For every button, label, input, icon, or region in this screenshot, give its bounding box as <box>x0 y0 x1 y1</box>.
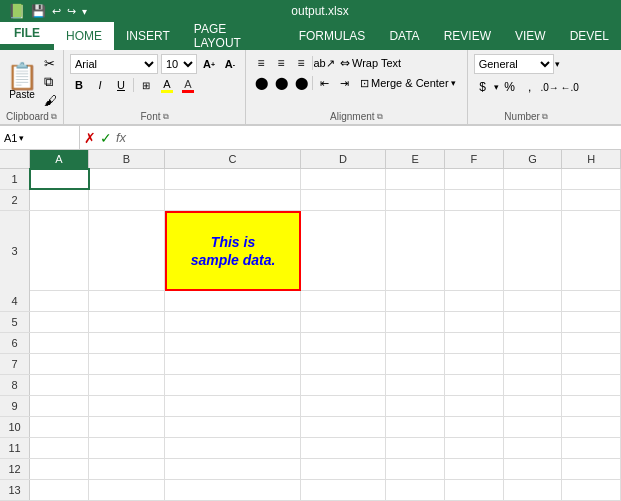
cancel-formula-icon[interactable]: ✗ <box>84 130 96 146</box>
cell-G1[interactable] <box>504 169 563 189</box>
excel-logo-icon: 📗 <box>8 3 25 19</box>
copy-icon[interactable]: ⧉ <box>44 74 57 90</box>
border-button[interactable]: ⊞ <box>137 76 155 94</box>
undo-icon[interactable]: ↩ <box>52 5 61 18</box>
align-middle-button[interactable]: ⬤ <box>272 74 290 92</box>
formula-input[interactable] <box>130 132 621 144</box>
redo-icon[interactable]: ↪ <box>67 5 76 18</box>
cell-D3[interactable] <box>301 211 387 291</box>
font-color-button[interactable]: A <box>179 76 197 94</box>
menu-item-insert[interactable]: INSERT <box>114 22 182 50</box>
currency-button[interactable]: $ <box>474 78 492 96</box>
cell-F2[interactable] <box>445 190 504 210</box>
name-box-dropdown[interactable]: ▾ <box>19 133 24 143</box>
orient-button[interactable]: ab↗ <box>315 54 333 72</box>
cell-G3[interactable] <box>504 211 563 291</box>
cell-D2[interactable] <box>301 190 387 210</box>
decimal-decrease-button[interactable]: ←.0 <box>561 78 579 96</box>
fill-color-button[interactable]: A <box>158 76 176 94</box>
clipboard-expand-icon[interactable]: ⧉ <box>51 112 57 122</box>
row-num-12: 12 <box>0 459 30 479</box>
menu-item-formulas[interactable]: FORMULAS <box>287 22 378 50</box>
cell-A2[interactable] <box>30 190 89 210</box>
merge-dropdown-icon[interactable]: ▾ <box>451 78 456 88</box>
cell-H2[interactable] <box>562 190 621 210</box>
cell-E3[interactable] <box>386 211 445 291</box>
number-format-select[interactable]: General <box>474 54 554 74</box>
currency-dropdown[interactable]: ▾ <box>494 82 499 92</box>
cell-E1[interactable] <box>386 169 445 189</box>
row-num-13: 13 <box>0 480 30 500</box>
cell-E2[interactable] <box>386 190 445 210</box>
quick-save-icon[interactable]: 💾 <box>31 4 46 18</box>
table-row: 8 <box>0 375 621 396</box>
bold-button[interactable]: B <box>70 76 88 94</box>
cell-A3[interactable] <box>30 211 89 291</box>
col-header-A[interactable]: A <box>30 150 89 168</box>
cell-G2[interactable] <box>504 190 563 210</box>
font-grow-button[interactable]: A+ <box>200 55 218 73</box>
wrap-text-button[interactable]: ⇔ Wrap Text <box>335 54 406 72</box>
comma-button[interactable]: , <box>521 78 539 96</box>
menu-item-home[interactable]: HOME <box>54 22 114 50</box>
align-top-right-button[interactable]: ≡ <box>292 54 310 72</box>
menu-item-page-layout[interactable]: PAGE LAYOUT <box>182 22 287 50</box>
cell-B2[interactable] <box>89 190 166 210</box>
cell-H1[interactable] <box>562 169 621 189</box>
cell-F3[interactable] <box>445 211 504 291</box>
percent-button[interactable]: % <box>501 78 519 96</box>
cell-C2[interactable] <box>165 190 300 210</box>
cut-icon[interactable]: ✂ <box>44 56 57 71</box>
quick-access-more[interactable]: ▾ <box>82 6 87 17</box>
cell-F1[interactable] <box>445 169 504 189</box>
cell-C1[interactable] <box>165 169 300 189</box>
menu-item-review[interactable]: REVIEW <box>432 22 503 50</box>
insert-function-icon[interactable]: fx <box>116 130 126 145</box>
font-row2: B I U ⊞ A A <box>70 76 239 94</box>
number-expand-icon[interactable]: ⧉ <box>542 112 548 122</box>
decimal-increase-button[interactable]: .0→ <box>541 78 559 96</box>
col-header-F[interactable]: F <box>445 150 504 168</box>
merged-cell-C3[interactable]: This is sample data. <box>165 211 300 291</box>
cell-B1[interactable] <box>89 169 166 189</box>
col-header-G[interactable]: G <box>504 150 563 168</box>
menu-item-devel[interactable]: DEVEL <box>558 22 621 50</box>
col-header-E[interactable]: E <box>386 150 445 168</box>
confirm-formula-icon[interactable]: ✓ <box>100 130 112 146</box>
italic-button[interactable]: I <box>91 76 109 94</box>
cell-D1[interactable] <box>301 169 387 189</box>
merged-cell-text: This is sample data. <box>191 233 276 269</box>
align-left-button[interactable]: ⬤ <box>252 74 270 92</box>
font-shrink-button[interactable]: A- <box>221 55 239 73</box>
align-top-center-button[interactable]: ≡ <box>272 54 290 72</box>
col-header-D[interactable]: D <box>301 150 387 168</box>
underline-button[interactable]: U <box>112 76 130 94</box>
cell-H3[interactable] <box>562 211 621 291</box>
font-expand-icon[interactable]: ⧉ <box>163 112 169 122</box>
col-header-C[interactable]: C <box>165 150 300 168</box>
alignment-expand-icon[interactable]: ⧉ <box>377 112 383 122</box>
name-box[interactable]: A1 ▾ <box>0 126 80 149</box>
align-row1: ≡ ≡ ≡ ab↗ ⇔ Wrap Text <box>252 54 461 72</box>
col-header-H[interactable]: H <box>562 150 621 168</box>
indent-increase-button[interactable]: ⇥ <box>335 74 353 92</box>
indent-decrease-button[interactable]: ⇤ <box>315 74 333 92</box>
row-num-6: 6 <box>0 333 30 353</box>
align-top-left-button[interactable]: ≡ <box>252 54 270 72</box>
spreadsheet: A B C D E F G H 1 2 <box>0 150 621 501</box>
number-dropdown-icon[interactable]: ▾ <box>555 59 560 69</box>
align-right-button[interactable]: ⬤ <box>292 74 310 92</box>
cell-A1[interactable] <box>30 169 89 189</box>
col-header-B[interactable]: B <box>89 150 166 168</box>
cell-A4[interactable] <box>30 291 89 311</box>
format-painter-icon[interactable]: 🖌 <box>44 93 57 108</box>
paste-button[interactable]: 📋 Paste <box>6 63 38 100</box>
font-size-select[interactable]: 10 <box>161 54 197 74</box>
cell-B3[interactable] <box>89 211 166 291</box>
menu-item-data[interactable]: DATA <box>377 22 431 50</box>
merge-center-button[interactable]: ⊡ Merge & Center ▾ <box>355 75 461 92</box>
file-menu-button[interactable]: FILE <box>0 22 54 44</box>
font-name-select[interactable]: Arial <box>70 54 158 74</box>
menu-item-view[interactable]: VIEW <box>503 22 558 50</box>
align-row2: ⬤ ⬤ ⬤ ⇤ ⇥ ⊡ Merge & Center ▾ <box>252 74 461 92</box>
